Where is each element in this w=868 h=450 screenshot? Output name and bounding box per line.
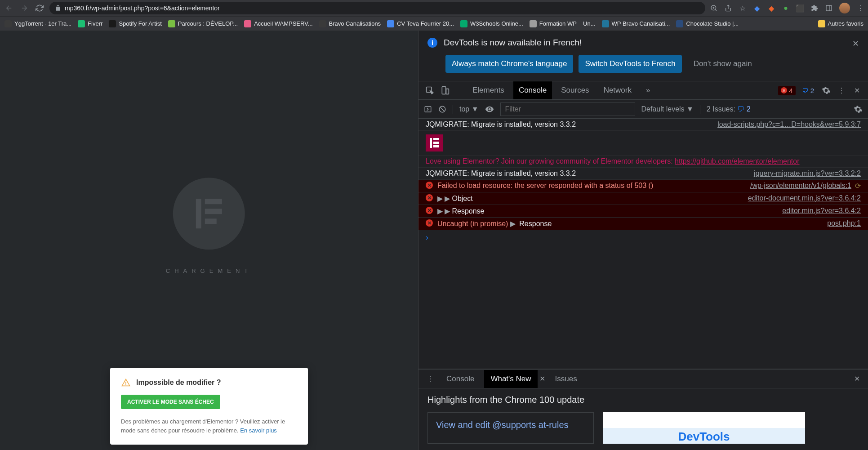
source-link[interactable]: /wp-json/elementor/v1/globals:1 (750, 182, 851, 190)
console-error-row[interactable]: ✕ Failed to load resource: the server re… (418, 180, 868, 192)
tab-console[interactable]: Console (513, 81, 552, 99)
tab-more[interactable]: » (641, 81, 655, 99)
activate-safe-mode-button[interactable]: ACTIVER LE MODE SANS ÉCHEC (121, 395, 220, 409)
whats-new-card[interactable]: View and edit @supports at-rules (427, 412, 594, 444)
elementor-loader: CHARGEMENT (166, 178, 252, 274)
page-content: CHARGEMENT Impossible de modifier ? ACTI… (0, 31, 418, 450)
url-text: mp360.fr/wp-admin/post.php?post=6&action… (65, 4, 220, 12)
safe-mode-modal: Impossible de modifier ? ACTIVER LE MODE… (110, 368, 308, 445)
panel-icon[interactable] (825, 4, 833, 12)
console-error-row[interactable]: ✕ Uncaught (in promise) ▶ Response post.… (418, 218, 868, 230)
lock-icon (55, 5, 61, 11)
close-drawer-icon[interactable]: ✕ (851, 374, 863, 383)
filter-input[interactable] (500, 102, 635, 116)
error-count-badge[interactable]: ✕4 (778, 86, 795, 95)
kebab-icon[interactable]: ⋮ (836, 85, 847, 96)
forward-button[interactable] (19, 3, 30, 13)
close-tab-icon[interactable]: ✕ (539, 374, 545, 383)
drawer-tab-issues[interactable]: Issues (549, 370, 583, 388)
drawer-tab-console[interactable]: Console (440, 370, 481, 388)
levels-selector[interactable]: Default levels ▼ (641, 105, 694, 113)
match-language-button[interactable]: Always match Chrome's language (445, 55, 573, 73)
issue-count-badge[interactable]: 🗩2 (799, 86, 817, 95)
other-bookmarks[interactable]: Autres favoris (818, 20, 864, 27)
close-devtools-icon[interactable]: ✕ (851, 85, 863, 96)
error-icon: ✕ (426, 219, 433, 227)
reload-icon[interactable]: ⟳ (855, 182, 861, 190)
bookmark-item[interactable]: Accueil WAMPSERV... (244, 20, 312, 27)
settings-icon[interactable] (820, 85, 832, 96)
bookmarks-bar: YggTorrent - 1er Tra... Fiverr Spotify F… (0, 16, 868, 31)
reload-button[interactable] (34, 3, 45, 13)
menu-icon[interactable]: ⋮ (856, 4, 864, 12)
close-icon[interactable]: ✕ (852, 39, 859, 49)
source-link[interactable]: editor.min.js?ver=3.6.4:2 (782, 207, 861, 215)
bookmark-item[interactable]: W3Schools Online... (460, 20, 523, 27)
console-log-row[interactable]: JQMIGRATE: Migrate is installed, version… (418, 119, 868, 131)
live-expression-icon[interactable] (485, 105, 494, 114)
extension-icon-2[interactable]: ◆ (767, 4, 775, 12)
elementor-logo-icon (173, 178, 245, 250)
console-toolbar: top ▼ Default levels ▼ 2 Issues: 🗩 2 (418, 100, 868, 119)
expand-icon[interactable]: ▶ ▶ (437, 207, 450, 215)
zoom-icon[interactable] (710, 4, 718, 12)
info-icon: i (427, 38, 437, 48)
source-link[interactable]: editor-document.min.js?ver=3.6.4:2 (748, 194, 861, 203)
error-icon: ✕ (426, 182, 433, 189)
url-bar[interactable]: mp360.fr/wp-admin/post.php?post=6&action… (49, 2, 705, 14)
console-error-row[interactable]: ✕ ▶ ▶Object editor-document.min.js?ver=3… (418, 192, 868, 205)
profile-avatar[interactable] (839, 3, 850, 13)
github-link[interactable]: https://github.com/elementor/elementor (675, 157, 799, 165)
bookmark-item[interactable]: Parcours : DÉVELOP... (168, 20, 238, 27)
extension-icon-4[interactable]: ⬛ (796, 4, 804, 12)
back-button[interactable] (4, 3, 14, 13)
issues-label[interactable]: 2 Issues: 🗩 2 (707, 105, 751, 113)
learn-more-link[interactable]: En savoir plus (240, 427, 277, 434)
bookmark-item[interactable]: CV Teva Fourrier 20... (387, 20, 454, 27)
svg-rect-4 (446, 89, 449, 94)
star-icon[interactable]: ☆ (739, 4, 747, 12)
console-settings-icon[interactable] (854, 105, 863, 114)
bookmark-item[interactable]: Bravo Canalisations (319, 20, 381, 27)
console-log-row[interactable]: Love using Elementor? Join our growing c… (418, 156, 868, 168)
source-link[interactable]: load-scripts.php?c=1…D=hooks&ver=5.9.3:7 (717, 120, 861, 129)
bookmark-item[interactable]: WP Bravo Canalisati... (602, 20, 670, 27)
console-prompt[interactable]: › (418, 230, 868, 245)
context-selector[interactable]: top ▼ (459, 105, 479, 113)
console-error-row[interactable]: ✕ ▶ ▶Response editor.min.js?ver=3.6.4:2 (418, 205, 868, 218)
toggle-sidebar-icon[interactable] (424, 105, 432, 113)
extensions-icon[interactable] (810, 4, 819, 12)
extension-icon-3[interactable]: ● (782, 4, 790, 12)
bookmark-item[interactable]: Formation WP – Un... (530, 20, 596, 27)
console-log-row[interactable] (418, 131, 868, 156)
bookmark-item[interactable]: Chocolate Studio |... (676, 20, 739, 27)
browser-toolbar: mp360.fr/wp-admin/post.php?post=6&action… (0, 0, 868, 16)
clear-console-icon[interactable] (438, 105, 446, 113)
drawer-tab-whatsnew[interactable]: What's New (484, 370, 537, 388)
device-icon[interactable] (439, 85, 451, 96)
bookmark-item[interactable]: YggTorrent - 1er Tra... (4, 20, 71, 27)
expand-icon[interactable]: ▶ ▶ (437, 195, 450, 202)
svg-rect-1 (826, 5, 832, 11)
devtools-language-banner: i DevTools is now available in French! ✕ (418, 31, 868, 55)
dont-show-button[interactable]: Don't show again (687, 55, 758, 73)
inspect-icon[interactable] (424, 85, 436, 96)
source-link[interactable]: post.php:1 (827, 219, 861, 228)
console-log-row[interactable]: JQMIGRATE: Migrate is installed, version… (418, 168, 868, 180)
source-link[interactable]: jquery-migrate.min.js?ver=3.3.2:2 (754, 169, 861, 178)
tab-network[interactable]: Network (598, 81, 637, 99)
devtools-tabs: Elements Console Sources Network » ✕4 🗩2… (418, 81, 868, 100)
toolbar-icons: ☆ ◆ ◆ ● ⬛ ⋮ (710, 3, 864, 13)
drawer-menu-icon[interactable]: ⋮ (424, 374, 436, 383)
bookmark-item[interactable]: Spotify For Artist (109, 20, 161, 27)
expand-icon[interactable]: ▶ (510, 220, 516, 227)
modal-description: Des problèmes au chargement d'Elementor … (121, 417, 297, 435)
tab-sources[interactable]: Sources (556, 81, 594, 99)
extension-icon-1[interactable]: ◆ (753, 4, 761, 12)
bookmark-item[interactable]: Fiverr (78, 20, 102, 27)
switch-french-button[interactable]: Switch DevTools to French (579, 55, 681, 73)
tab-elements[interactable]: Elements (467, 81, 510, 99)
svg-rect-3 (442, 87, 445, 94)
console-body: JQMIGRATE: Migrate is installed, version… (418, 119, 868, 369)
share-icon[interactable] (724, 4, 732, 12)
